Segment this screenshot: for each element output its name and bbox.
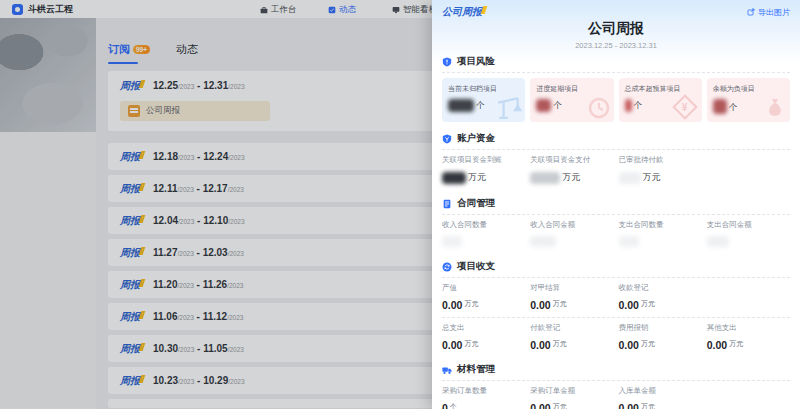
stat-funds-received: 关联项目资金到账 万元 xyxy=(442,155,525,184)
section-heading: 项目收支 xyxy=(457,260,495,273)
section-contract-management: 合同管理 收入合同数量 收入合同金额 支出合同数量 xyxy=(442,197,790,247)
shield-icon xyxy=(442,57,452,67)
section-project-income-expense: 项目收支 产值 0.00万元 对甲结算 0.00万元 收款登记 0.00万元 xyxy=(442,260,790,350)
stat-expense-contract-count: 支出合同数量 xyxy=(619,220,702,247)
divider xyxy=(442,72,790,73)
redacted-value xyxy=(619,236,639,247)
risk-card-over-budget: 总成本超预算项目 个 ¥ xyxy=(619,78,702,122)
company-report-drawer: 公司周报 导出图片 公司周报 2023.12.25 - 2023.12.31 项… xyxy=(432,0,800,409)
stat-output-value: 产值 0.00万元 xyxy=(442,283,525,310)
redacted-value xyxy=(448,99,474,112)
stat-expense-contract-amount: 支出合同金额 xyxy=(707,220,790,247)
redacted-value xyxy=(536,99,551,112)
redacted-value xyxy=(707,236,729,247)
report-brand-logo: 公司周报 xyxy=(442,5,486,19)
balance-icon xyxy=(442,262,452,272)
stat-funds-paid: 关联项目资金支付 万元 xyxy=(530,155,613,184)
risk-card-delayed: 进度延期项目 个 xyxy=(530,78,613,122)
redacted-value xyxy=(530,172,560,184)
stat-total-expense: 总支出 0.00万元 xyxy=(442,323,525,350)
divider xyxy=(442,214,790,215)
redacted-value xyxy=(713,99,727,114)
contract-icon xyxy=(442,199,452,209)
stat-inbound-amount: 入库单金额 0.00万元 xyxy=(619,386,702,409)
section-heading: 材料管理 xyxy=(457,363,495,376)
section-heading: 项目风险 xyxy=(457,55,495,68)
risk-card-negative-balance: 余额为负项目 个 xyxy=(707,78,790,122)
section-heading: 账户资金 xyxy=(457,132,495,145)
stat-party-a-settlement: 对甲结算 0.00万元 xyxy=(530,283,613,310)
redacted-value xyxy=(442,172,466,184)
export-image-button[interactable]: 导出图片 xyxy=(747,7,790,18)
truck-icon xyxy=(442,365,452,375)
stat-purchase-order-count: 采购订单数量 0个 xyxy=(442,386,525,409)
stat-payment-registration: 付款登记 0.00万元 xyxy=(530,323,613,350)
section-account-funds: 账户资金 关联项目资金到账 万元 关联项目资金支付 万元 已审批待付款 万元 xyxy=(442,132,790,184)
redacted-value xyxy=(442,236,462,247)
redacted-value xyxy=(625,99,632,112)
divider xyxy=(442,149,790,150)
redacted-value xyxy=(619,172,641,184)
report-date-range: 2023.12.25 - 2023.12.31 xyxy=(432,41,800,50)
section-project-risk: 项目风险 当前未归档项目 个 进度延期项目 个 总成本超预算项目 xyxy=(442,55,790,122)
section-heading: 合同管理 xyxy=(457,197,495,210)
stat-purchase-order-amount: 采购订单金额 0.00万元 xyxy=(530,386,613,409)
section-material-management: 材料管理 采购订单数量 0个 采购订单金额 0.00万元 入库单金额 0.00万… xyxy=(442,363,790,409)
export-icon xyxy=(747,8,755,16)
risk-card-unarchived: 当前未归档项目 个 xyxy=(442,78,525,122)
redacted-value xyxy=(530,236,556,247)
divider xyxy=(442,317,790,318)
screen: 斗栱云工程 工作台 动态 智能看板 新 订阅 99+ xyxy=(0,0,800,409)
wallet-icon xyxy=(442,134,452,144)
stat-income-contract-count: 收入合同数量 xyxy=(442,220,525,247)
report-title: 公司周报 xyxy=(432,20,800,38)
stat-expense-reimbursement: 费用报销 0.00万元 xyxy=(619,323,702,350)
divider xyxy=(442,380,790,381)
divider xyxy=(442,277,790,278)
stat-receipt-registration: 收款登记 0.00万元 xyxy=(619,283,702,310)
stat-other-expense: 其他支出 0.00万元 xyxy=(707,323,790,350)
stat-pending-payment: 已审批待付款 万元 xyxy=(619,155,702,184)
stat-income-contract-amount: 收入合同金额 xyxy=(530,220,613,247)
